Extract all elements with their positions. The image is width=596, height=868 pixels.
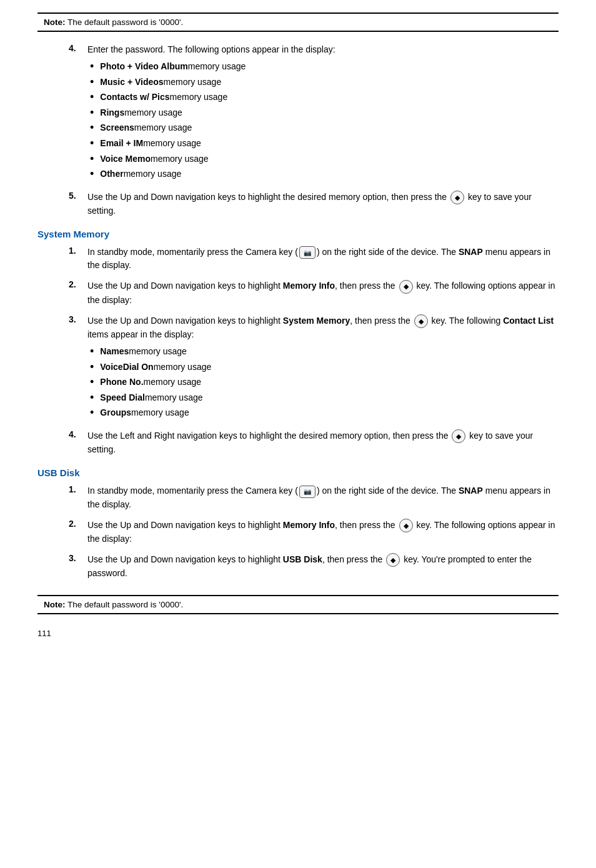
step4-content: Enter the password. The following option…: [87, 43, 559, 183]
bullet-screens-bold: Screens: [100, 121, 134, 134]
usb-step2-text2: , then press the: [335, 520, 397, 530]
sm-step4-content: Use the Left and Right navigation keys t…: [87, 429, 559, 456]
sm-bullet-groups: Groups memory usage: [87, 406, 559, 420]
sm-step2-text1: Use the Up and Down navigation keys to h…: [87, 281, 283, 291]
bullet-photo-video-bold: Photo + Video Album: [100, 60, 187, 73]
sm-bullet-voicedial: VoiceDial On memory usage: [87, 361, 559, 374]
bullet-other: Other memory usage: [87, 167, 559, 181]
sm-bullet-names: Names memory usage: [87, 345, 559, 359]
camera-key-icon-usb1: 📷: [299, 486, 315, 498]
sm-step2-bold1: Memory Info: [283, 281, 335, 291]
ok-key-icon-usb3: ◆: [386, 553, 400, 567]
sm-step2-text2: , then press the: [335, 281, 397, 291]
top-note-text: The default password is '0000'.: [66, 17, 184, 27]
bullet-screens-rest: memory usage: [134, 121, 192, 134]
bullet-email-im-rest: memory usage: [143, 137, 201, 150]
ok-key-icon-sm2: ◆: [399, 280, 413, 294]
sm-step1-item: 1. In standby mode, momentarily press th…: [69, 246, 559, 272]
usb-step1-content: In standby mode, momentarily press the C…: [87, 484, 559, 511]
sm-step3-bold1: System Memory: [283, 316, 350, 326]
usb-step3-content: Use the Up and Down navigation keys to h…: [87, 553, 559, 580]
sm-step2-item: 2. Use the Up and Down navigation keys t…: [69, 279, 559, 306]
sm-step3-text1: Use the Up and Down navigation keys to h…: [87, 316, 283, 326]
usb-step2-text1: Use the Up and Down navigation keys to h…: [87, 520, 283, 530]
usb-step3-text2: , then press the: [322, 554, 385, 564]
sm-bullet-speeddial: Speed Dial memory usage: [87, 391, 559, 405]
main-steps: 4. Enter the password. The following opt…: [69, 43, 559, 217]
top-note-label: Note:: [44, 17, 66, 27]
system-memory-steps: 1. In standby mode, momentarily press th…: [69, 246, 559, 456]
sm-step3-content: Use the Up and Down navigation keys to h…: [87, 314, 559, 422]
usb-step3-bold1: USB Disk: [283, 554, 322, 564]
bullet-screens: Screens memory usage: [87, 121, 559, 135]
usb-step1-number: 1.: [69, 484, 87, 494]
usb-step2-bold1: Memory Info: [283, 520, 335, 530]
bullet-contacts-bold: Contacts w/ Pics: [100, 91, 169, 104]
ok-key-icon: ◆: [450, 191, 464, 204]
sm-step2-content: Use the Up and Down navigation keys to h…: [87, 279, 559, 306]
sm-step3-number: 3.: [69, 314, 87, 324]
page-number: 111: [37, 629, 51, 638]
sm-bullet-speeddial-rest: memory usage: [145, 391, 203, 404]
usb-step3-number: 3.: [69, 553, 87, 563]
step5-content: Use the Up and Down navigation keys to h…: [87, 191, 559, 217]
step5-text1: Use the Up and Down navigation keys to h…: [87, 192, 449, 202]
usb-disk-block: 1. In standby mode, momentarily press th…: [69, 484, 559, 580]
sm-step3-text2: , then press the: [350, 316, 412, 326]
usb-step2-number: 2.: [69, 519, 87, 529]
usb-step1-item: 1. In standby mode, momentarily press th…: [69, 484, 559, 511]
usb-step3-item: 3. Use the Up and Down navigation keys t…: [69, 553, 559, 580]
ok-key-icon-sm3: ◆: [414, 314, 428, 328]
bullet-contacts: Contacts w/ Pics memory usage: [87, 91, 559, 104]
sm-bullet-phoneno: Phone No. memory usage: [87, 376, 559, 389]
sm-step4-item: 4. Use the Left and Right navigation key…: [69, 429, 559, 456]
bullet-rings-rest: memory usage: [124, 106, 182, 119]
bullet-other-bold: Other: [100, 167, 123, 181]
bullet-rings-bold: Rings: [100, 106, 124, 119]
bottom-note-box: Note: The default password is '0000'.: [37, 595, 559, 614]
ok-key-icon-usb2: ◆: [399, 519, 413, 532]
bullet-other-rest: memory usage: [124, 167, 182, 181]
usb-step1-bold: SNAP: [459, 486, 483, 496]
step4-item: 4. Enter the password. The following opt…: [69, 43, 559, 183]
top-note-box: Note: The default password is '0000'.: [37, 12, 559, 32]
sm-step1-text2: ) on the right side of the device. The: [317, 247, 459, 257]
step4-number: 4.: [69, 43, 87, 53]
bullet-photo-video: Photo + Video Album memory usage: [87, 60, 559, 74]
bullet-music-videos-rest: memory usage: [164, 76, 222, 89]
sm-bullet-voicedial-rest: memory usage: [154, 361, 212, 374]
bottom-note-text: The default password is '0000'.: [66, 600, 184, 609]
bullet-voice-memo-rest: memory usage: [151, 152, 209, 166]
bullet-rings: Rings memory usage: [87, 106, 559, 120]
bullet-music-videos: Music + Videos memory usage: [87, 76, 559, 89]
sm-step3-item: 3. Use the Up and Down navigation keys t…: [69, 314, 559, 422]
sm-step1-text1: In standby mode, momentarily press the C…: [87, 247, 298, 257]
sm-bullet-names-bold: Names: [100, 345, 129, 358]
sm-step3-text4: items appear in the display:: [87, 329, 194, 339]
bullet-voice-memo: Voice Memo memory usage: [87, 152, 559, 166]
sm-step3-text3: key. The following: [429, 316, 504, 326]
sm-bullet-phoneno-rest: memory usage: [144, 376, 202, 389]
usb-step2-content: Use the Up and Down navigation keys to h…: [87, 519, 559, 546]
ok-key-icon-sm4: ◆: [452, 429, 465, 443]
sm-step4-text1: Use the Left and Right navigation keys t…: [87, 431, 450, 441]
system-memory-block: 1. In standby mode, momentarily press th…: [69, 246, 559, 456]
sm-step3-bold2: Contact List: [503, 316, 554, 326]
sm-bullet-speeddial-bold: Speed Dial: [100, 391, 145, 404]
bullet-voice-memo-bold: Voice Memo: [100, 152, 151, 166]
sm-bullet-phoneno-bold: Phone No.: [100, 376, 143, 389]
sm-step3-bullets: Names memory usage VoiceDial On memory u…: [87, 345, 559, 420]
sm-step1-content: In standby mode, momentarily press the C…: [87, 246, 559, 272]
step5-number: 5.: [69, 191, 87, 201]
bullet-contacts-rest: memory usage: [170, 91, 228, 104]
sm-step4-number: 4.: [69, 429, 87, 439]
usb-disk-steps: 1. In standby mode, momentarily press th…: [69, 484, 559, 580]
sm-bullet-voicedial-bold: VoiceDial On: [100, 361, 153, 374]
sm-bullet-groups-rest: memory usage: [131, 406, 189, 419]
bullet-email-im: Email + IM memory usage: [87, 137, 559, 151]
system-memory-heading: System Memory: [37, 229, 559, 239]
bullet-music-videos-bold: Music + Videos: [100, 76, 163, 89]
page: Note: The default password is '0000'. 4.…: [0, 0, 596, 651]
usb-disk-heading: USB Disk: [37, 467, 559, 478]
usb-step3-text1: Use the Up and Down navigation keys to h…: [87, 554, 283, 564]
